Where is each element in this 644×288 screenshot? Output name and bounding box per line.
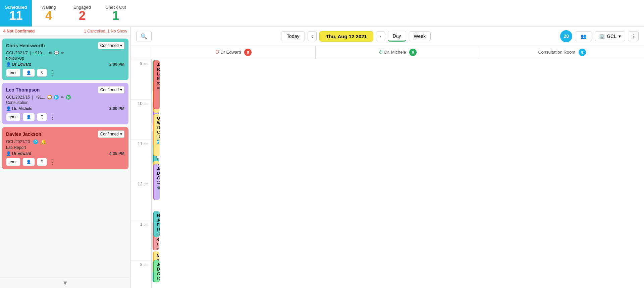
calendar-toolbar: 🔍 Today ‹ Thu, Aug 12 2021 › Day Week 20… xyxy=(131,27,644,46)
users-button[interactable]: 👥 xyxy=(575,31,592,41)
left-panel-header: 4 Not Confirmed 1 Cancelled, 1 No Show xyxy=(0,27,130,36)
consult-room-name: Consultation Room xyxy=(538,50,575,55)
doctor-name: 👤 Dr. Michele xyxy=(6,106,32,111)
patient-name: Leo Thompson xyxy=(6,87,40,93)
search-button[interactable]: 🔍 xyxy=(136,31,152,42)
appt-time: 2:00 PM xyxy=(109,62,124,67)
building-icon: 🏢 xyxy=(599,34,605,39)
today-button[interactable]: Today xyxy=(281,31,305,41)
avatar-count: 20 xyxy=(560,30,572,42)
dr-edward-count: 8 xyxy=(244,49,252,56)
appt-jacob-dev[interactable]: Jacob Dev Consultation 11:30am 📹 P xyxy=(153,164,160,200)
appt-doctor-row: 👤 Dr. Michele 3:00 PM xyxy=(6,106,124,111)
calendar-panel: 🔍 Today ‹ Thu, Aug 12 2021 › Day Week 20… xyxy=(131,27,644,288)
appt-doctor-row: 👤 Dr Edward 2:00 PM xyxy=(6,62,124,67)
dr-michele-name: Dr. Michele xyxy=(384,50,406,55)
emr-button[interactable]: emr xyxy=(6,69,20,77)
appt-harry-johnson[interactable]: Harry Johnson Follow-Up 12:45pm 💬 P xyxy=(153,211,160,237)
consult-room-column-header: Consultation Room 6 xyxy=(480,46,644,59)
p-badge-icon: P xyxy=(157,139,159,144)
stat-scheduled[interactable]: Scheduled 11 xyxy=(0,0,32,26)
main-layout: 4 Not Confirmed 1 Cancelled, 1 No Show C… xyxy=(0,27,644,288)
person-button[interactable]: 👤 xyxy=(22,158,35,166)
patient-name: Davies Jackson xyxy=(6,131,41,137)
appt-actions: emr 👤 ₹ ⋮ xyxy=(6,113,124,121)
appt-time: 4:35 PM xyxy=(109,151,124,156)
rupee-button[interactable]: ₹ xyxy=(37,69,47,77)
week-view-button[interactable]: Week xyxy=(409,31,431,41)
status-dropdown[interactable]: Confirmed ▾ xyxy=(98,130,124,138)
calendar-column-headers: ⏱ Dr Edward 8 ⏱ Dr. Michele 6 Consultati… xyxy=(131,46,644,59)
rupee-button[interactable]: ₹ xyxy=(37,113,47,121)
emr-button[interactable]: emr xyxy=(6,113,20,121)
status-dropdown[interactable]: Confirmed ▾ xyxy=(98,42,124,49)
left-panel: 4 Not Confirmed 1 Cancelled, 1 No Show C… xyxy=(0,27,131,288)
time-slot-10: 10 am xyxy=(131,99,151,139)
stats-bar: Scheduled 11 Waiting 4 Engaged 2 Check O… xyxy=(0,0,644,27)
status-dropdown[interactable]: Confirmed ▾ xyxy=(98,86,124,94)
consult-room-count: 6 xyxy=(579,49,586,56)
waiting-number: 4 xyxy=(45,10,52,22)
prev-button[interactable]: ‹ xyxy=(308,31,317,41)
appt-actions: emr 👤 ₹ ⋮ xyxy=(6,69,124,77)
stat-engaged[interactable]: Engaged 2 xyxy=(65,0,99,26)
appt-ref: GCL/2021/15 xyxy=(6,95,30,100)
time-slot-11: 11 am xyxy=(131,139,151,180)
person-button[interactable]: 👤 xyxy=(22,113,35,121)
appointments-list: Chris Hemsworth Confirmed ▾ GCL/2021/7 |… xyxy=(0,36,130,278)
chevron-down-icon: ▾ xyxy=(120,88,122,92)
edit-icon: ✏ xyxy=(157,86,160,91)
time-column-header xyxy=(131,46,151,59)
edit-icon[interactable]: ✏ xyxy=(61,95,64,100)
more-options-button[interactable]: ⋮ xyxy=(628,31,639,41)
toolbar-center: Today ‹ Thu, Aug 12 2021 › Day Week xyxy=(281,31,431,42)
gcl-button[interactable]: 🏢 GCL ▾ xyxy=(595,31,625,41)
gcl-label: GCL xyxy=(607,34,616,39)
cancelled-noshow: 1 Cancelled, 1 No Show xyxy=(84,29,127,34)
edit-icon[interactable]: ✏ xyxy=(61,51,64,55)
snowflake-icon: ❄ xyxy=(49,51,52,55)
scroll-down-arrow[interactable]: ▼ xyxy=(0,278,130,288)
appt-olivia-wilson[interactable]: Olivia Wilson General Checkup 10:15am P … xyxy=(153,114,160,156)
day-view-button[interactable]: Day xyxy=(388,31,406,42)
appt-phone: +91... xyxy=(35,95,45,100)
card-top: Leo Thompson Confirmed ▾ xyxy=(6,86,124,94)
chat-icon: 💬 xyxy=(47,95,52,100)
appt-ref: GCL/2021/20 xyxy=(6,139,30,144)
bell-icon: 🔔 xyxy=(41,139,46,145)
checkout-number: 1 xyxy=(112,10,119,22)
more-icon[interactable]: ⋮ xyxy=(50,113,56,121)
dr-michele-count: 6 xyxy=(409,49,417,56)
dr-michele-column-header: ⏱ Dr. Michele 6 xyxy=(315,46,480,59)
appt-actions: emr 👤 ₹ ⋮ xyxy=(6,158,124,166)
dr-edward-status-icon: ⏱ xyxy=(215,50,219,55)
chevron-down-icon: ▾ xyxy=(619,34,621,39)
doctor-name: 👤 Dr Edward xyxy=(6,151,31,156)
more-icon[interactable]: ⋮ xyxy=(50,158,56,166)
emr-button[interactable]: emr xyxy=(6,158,20,166)
appointment-card: Leo Thompson Confirmed ▾ GCL/2021/15 | +… xyxy=(2,83,128,124)
stat-waiting[interactable]: Waiting 4 xyxy=(32,0,65,26)
rupee-button[interactable]: ₹ xyxy=(37,158,47,166)
card-top: Davies Jackson Confirmed ▾ xyxy=(6,130,124,138)
appt-type: Follow-Up xyxy=(6,56,124,61)
appt-jack-robinson[interactable]: Jack Robinson Lab Report 9:00am ✏ 🔗 xyxy=(153,60,160,109)
person-button[interactable]: 👤 xyxy=(22,69,35,77)
more-icon[interactable]: ⋮ xyxy=(50,69,56,76)
appt-doctor-row: 👤 Dr Edward 4:35 PM xyxy=(6,151,124,156)
engaged-number: 2 xyxy=(79,10,86,22)
consult-room-column: Jack Robinson Lab Report 9:00am ✏ 🔗 Oliv… xyxy=(152,59,152,288)
toolbar-right: 20 👥 🏢 GCL ▾ ⋮ xyxy=(560,30,639,42)
appt-joe-davidson[interactable]: Joe Davidson General Checkup 2:00pm ✏ 🔔 xyxy=(153,260,160,282)
dr-edward-name: Dr Edward xyxy=(220,50,241,55)
time-slot-1: 1 pm xyxy=(131,220,151,260)
next-button[interactable]: › xyxy=(376,31,385,41)
stat-checkout[interactable]: Check Out 1 xyxy=(99,0,132,26)
n-badge-icon: N xyxy=(66,95,71,100)
toolbar-left: 🔍 xyxy=(136,31,152,42)
appointment-card: Chris Hemsworth Confirmed ▾ GCL/2021/7 |… xyxy=(2,39,128,80)
appt-ref: GCL/2021/7 xyxy=(6,51,28,55)
p-badge-icon: P xyxy=(54,95,59,100)
video-icon: 📹 xyxy=(157,185,160,190)
appt-type: Lab Report xyxy=(6,145,124,150)
